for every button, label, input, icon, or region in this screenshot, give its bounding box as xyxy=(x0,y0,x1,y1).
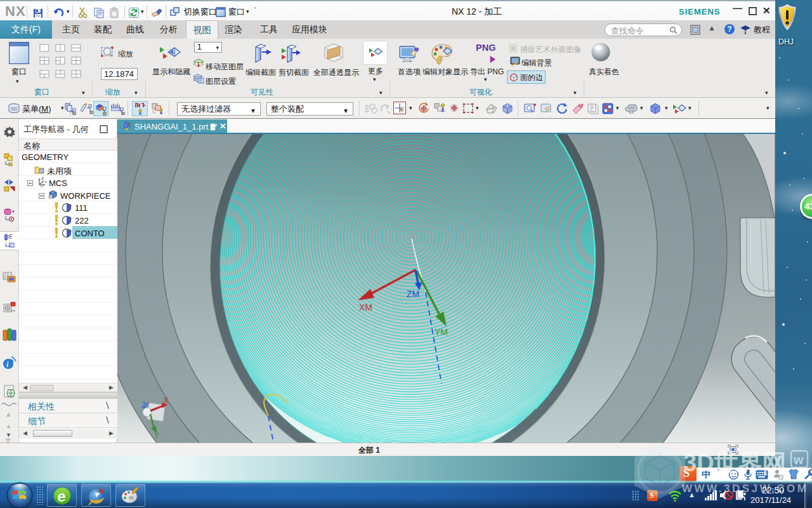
svg-text:Z: Z xyxy=(41,177,44,180)
svg-text:Z: Z xyxy=(141,401,146,410)
svg-text:YM: YM xyxy=(435,327,448,337)
svg-text:ZM: ZM xyxy=(407,289,419,299)
svg-text:X: X xyxy=(164,396,169,405)
svg-text:XM: XM xyxy=(359,302,372,312)
svg-text:Y: Y xyxy=(154,431,159,440)
svg-text:e: e xyxy=(57,488,65,505)
svg-text:x: x xyxy=(41,184,43,188)
svg-text:Y: Y xyxy=(44,180,47,184)
